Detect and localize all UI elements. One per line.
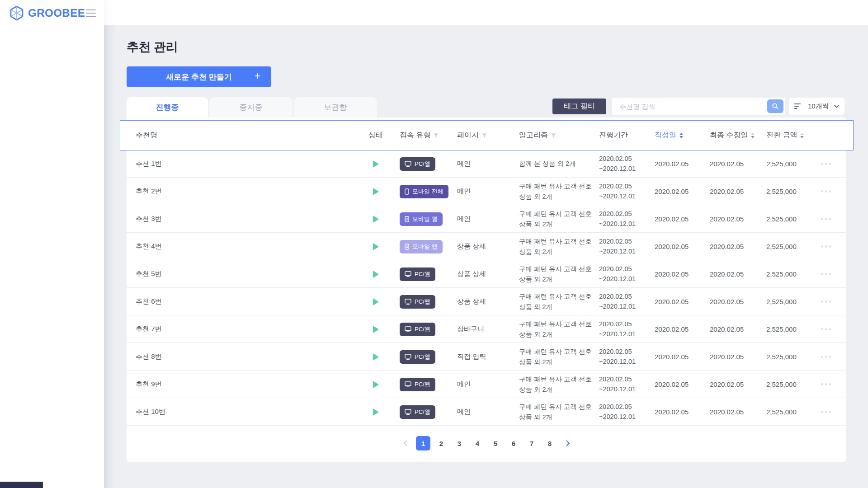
device-type-badge: 모바일 웹	[400, 212, 443, 226]
tab-label: 진행중	[156, 102, 179, 113]
pagination-page-button[interactable]: 7	[524, 436, 539, 450]
monitor-icon	[405, 161, 411, 167]
modified-cell: 2020.02.05	[707, 353, 763, 361]
search-button[interactable]	[767, 99, 783, 113]
row-actions-ellipsis-button[interactable]	[808, 245, 853, 248]
page-title: 추천 관리	[127, 39, 178, 55]
filter-funnel-icon	[482, 133, 487, 138]
pagination-page-button[interactable]: 8	[542, 436, 557, 450]
table-body: 추천 1번 PC/웹 메인 함께 본 상품 외 2개 2020.02.05	[120, 150, 853, 426]
device-badge-label: PC/웹	[415, 380, 430, 389]
modified-cell: 2020.02.05	[707, 380, 763, 388]
period-cell: 2020.02.05 ~2020.12.01	[597, 154, 651, 174]
row-actions-ellipsis-button[interactable]	[808, 300, 853, 303]
monitor-icon	[405, 354, 411, 360]
tab[interactable]: 보관함	[294, 97, 377, 117]
row-actions-ellipsis-button[interactable]	[808, 411, 853, 413]
row-actions-ellipsis-button[interactable]	[808, 163, 853, 165]
device-badge-label: PC/웹	[415, 298, 430, 306]
status-play-icon	[373, 353, 379, 361]
table-row[interactable]: 추천 5번 PC/웹 상품 상세 구매 패턴 유사 고객 선호 상품 외 2개 …	[120, 260, 853, 288]
device-type-badge: PC/웹	[400, 405, 435, 419]
tag-filter-button[interactable]: 태그 필터	[552, 99, 606, 114]
created-cell: 2020.02.05	[651, 298, 707, 305]
page-cell: 장바구니	[457, 325, 518, 333]
device-type-badge: PC/웹	[400, 267, 435, 281]
period-cell: 2020.02.05 ~2020.12.01	[597, 182, 651, 202]
table-row[interactable]: 추천 4번 모바일 앱 상품 상세 구매 패턴 유사 고객 선호 상품 외 2개…	[120, 233, 853, 260]
page-cell: 메인	[457, 380, 518, 389]
device-badge-label: PC/웹	[415, 160, 430, 168]
table-row[interactable]: 추천 2번 모바일 전체 메인 구매 패턴 유사 고객 선호 상품 외 2개 2…	[120, 178, 853, 205]
row-actions-ellipsis-button[interactable]	[808, 190, 853, 192]
device-type-badge: 모바일 앱	[400, 240, 443, 253]
table-row[interactable]: 추천 10번 PC/웹 메인 구매 패턴 유사 고객 선호 상품 외 2개 20…	[120, 398, 853, 426]
period-cell: 2020.02.05 ~2020.12.01	[597, 209, 651, 229]
sort-lines-icon	[794, 103, 801, 109]
row-actions-ellipsis-button[interactable]	[808, 328, 853, 330]
table-row[interactable]: 추천 8번 PC/웹 직접 입력 구매 패턴 유사 고객 선호 상품 외 2개 …	[120, 343, 853, 371]
row-actions-ellipsis-button[interactable]	[808, 383, 853, 385]
sidebar-footer-bar	[0, 482, 43, 488]
pagination-page-button[interactable]: 5	[488, 436, 503, 450]
table-row[interactable]: 추천 7번 PC/웹 장바구니 구매 패턴 유사 고객 선호 상품 외 2개 2…	[120, 315, 853, 343]
algorithm-cell: 구매 패턴 유사 고객 선호 상품 외 2개	[518, 236, 597, 257]
tab[interactable]: 진행중	[127, 97, 208, 117]
filter-funnel-icon	[551, 133, 556, 138]
menu-hamburger-icon[interactable]	[86, 9, 96, 17]
created-cell: 2020.02.05	[651, 243, 707, 250]
create-recommendation-button[interactable]: 새로운 추천 만들기 +	[127, 66, 271, 87]
col-header-created[interactable]: 작성일	[651, 131, 707, 140]
amount-cell: 2,525,000	[763, 243, 808, 250]
table-row[interactable]: 추천 3번 모바일 웹 메인 구매 패턴 유사 고객 선호 상품 외 2개 20…	[120, 205, 853, 233]
col-header-device[interactable]: 접속 유형	[396, 131, 457, 140]
status-play-icon	[373, 243, 379, 250]
col-header-status: 상태	[355, 131, 396, 140]
col-header-modified[interactable]: 최종 수정일	[707, 131, 763, 140]
status-play-icon	[373, 298, 379, 305]
col-header-algorithm[interactable]: 알고리즘	[518, 131, 597, 140]
device-badge-label: 모바일 앱	[412, 243, 438, 251]
pagination-next-button[interactable]	[561, 436, 575, 450]
page-size-dropdown[interactable]: 10개씩	[789, 98, 844, 115]
algorithm-cell: 구매 패턴 유사 고객 선호 상품 외 2개	[518, 291, 597, 312]
col-header-name: 추천명	[120, 131, 355, 140]
pagination-page-button[interactable]: 1	[416, 436, 430, 450]
groobee-hexagon-icon	[9, 5, 24, 21]
pagination-prev-button[interactable]	[398, 436, 412, 450]
status-play-icon	[373, 216, 379, 223]
modified-cell: 2020.02.05	[707, 270, 763, 278]
table-row[interactable]: 추천 6번 PC/웹 상품 상세 구매 패턴 유사 고객 선호 상품 외 2개 …	[120, 288, 853, 315]
tab[interactable]: 중지중	[209, 97, 292, 117]
col-header-page[interactable]: 페이지	[457, 131, 518, 140]
page-cell: 상품 상세	[457, 297, 518, 306]
page-cell: 메인	[457, 215, 518, 223]
created-cell: 2020.02.05	[651, 380, 707, 388]
created-cell: 2020.02.05	[651, 325, 707, 333]
table-row[interactable]: 추천 9번 PC/웹 메인 구매 패턴 유사 고객 선호 상품 외 2개 202…	[120, 371, 853, 398]
search-input[interactable]	[612, 98, 785, 115]
col-header-amount[interactable]: 전환 금액	[763, 131, 808, 140]
algorithm-cell: 구매 패턴 유사 고객 선호 상품 외 2개	[518, 319, 597, 339]
row-actions-ellipsis-button[interactable]	[808, 356, 853, 358]
pagination-page-button[interactable]: 6	[506, 436, 521, 450]
amount-cell: 2,525,000	[763, 160, 808, 168]
table-row[interactable]: 추천 1번 PC/웹 메인 함께 본 상품 외 2개 2020.02.05	[120, 150, 853, 178]
modified-cell: 2020.02.05	[707, 325, 763, 333]
logo[interactable]: GROOBEE	[9, 5, 85, 21]
pagination-page-button[interactable]: 3	[452, 436, 467, 450]
algorithm-cell: 구매 패턴 유사 고객 선호 상품 외 2개	[518, 264, 597, 284]
amount-cell: 2,525,000	[763, 298, 808, 305]
recommendation-name: 추천 4번	[120, 242, 355, 251]
device-badge-label: 모바일 웹	[412, 215, 438, 223]
sort-arrows-icon	[800, 133, 804, 138]
row-actions-ellipsis-button[interactable]	[808, 218, 853, 220]
device-badge-label: PC/웹	[415, 353, 430, 361]
chevron-left-icon	[403, 440, 407, 446]
logo-text: GROOBEE	[28, 7, 85, 19]
pagination-page-button[interactable]: 2	[434, 436, 448, 450]
chevron-right-icon	[566, 440, 570, 446]
pagination-page-button[interactable]: 4	[470, 436, 485, 450]
table-header: 추천명 상태 접속 유형 페이지 알고리즘 진행기간 작성일 최종 수정일 전환…	[120, 121, 853, 150]
row-actions-ellipsis-button[interactable]	[808, 273, 853, 275]
